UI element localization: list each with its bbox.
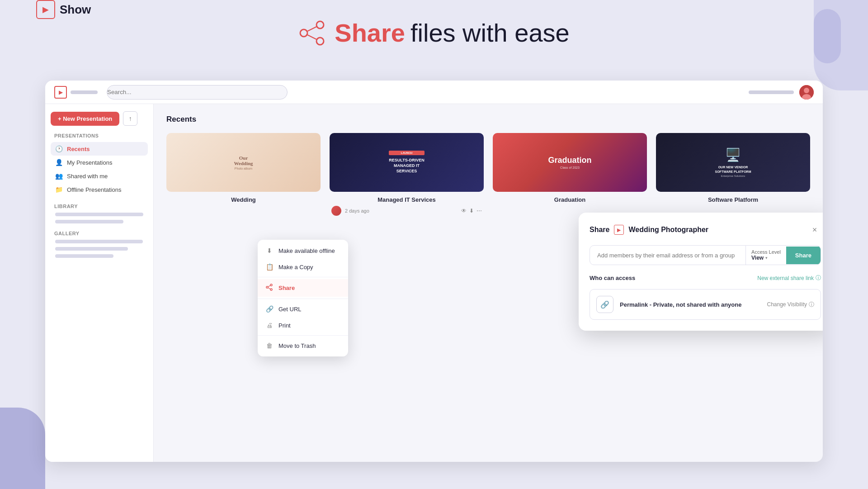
grad-sub: Class of 2023 [548, 166, 591, 169]
download-icon[interactable]: ⬇ [469, 208, 474, 214]
grad-text: Graduation [548, 156, 591, 165]
sidebar-item-offline[interactable]: 📁 Offline Presentations [51, 183, 148, 196]
library-bar-2 [55, 220, 123, 223]
share-access-level-dropdown[interactable]: Access Level View ▾ [745, 246, 786, 265]
card-actions: 👁 ⬇ ⋯ [461, 208, 482, 214]
url-menu-icon: 🔗 [266, 305, 273, 313]
sidebar-item-my-presentations[interactable]: 👤 My Presentations [51, 156, 148, 169]
sidebar-item-recents[interactable]: 🕐 Recents [51, 142, 148, 156]
logo-icon: ▶ [36, 0, 55, 19]
new-external-share-link-button[interactable]: New external share link ⓘ [757, 274, 821, 282]
svg-line-12 [268, 288, 270, 289]
menu-item-label-copy: Make a Copy [278, 264, 313, 271]
wedding-content: OurWedding Photo album [234, 155, 253, 170]
wedding-title: OurWedding [234, 155, 253, 166]
svg-point-8 [270, 284, 272, 286]
link-icon-box: 🔗 [596, 296, 613, 313]
offline-icon: 📁 [55, 186, 62, 193]
users-icon: 👥 [55, 172, 62, 180]
nav-logo-icon: ▶ [54, 86, 67, 99]
pres-name-grad: Graduation [493, 196, 647, 203]
menu-item-share[interactable]: Share [258, 279, 348, 297]
share-dialog-close-button[interactable]: × [808, 223, 821, 236]
card-avatar [331, 206, 341, 216]
headline: Share files with ease [298, 18, 569, 47]
menu-item-label-offline: Make available offline [278, 247, 335, 254]
presentations-section-label: Presentations [54, 133, 148, 138]
upload-button[interactable]: ↑ [123, 111, 137, 126]
menu-item-label-trash: Move to Trash [278, 342, 316, 349]
more-icon[interactable]: ⋯ [476, 208, 482, 214]
permalink-text: Permalink - Private, not shared with any… [620, 301, 741, 308]
svg-point-2 [316, 38, 324, 45]
page-header: Share files with ease [0, 18, 868, 47]
clock-icon: 🕐 [55, 145, 62, 152]
bg-deco-bottom-left [0, 408, 45, 489]
app-body: + New Presentation ↑ Presentations 🕐 Rec… [45, 104, 823, 462]
menu-item-label-print: Print [278, 322, 291, 329]
share-pres-icon: ▶ [614, 225, 624, 235]
menu-item-trash[interactable]: 🗑 Move to Trash [258, 337, 348, 354]
sidebar-item-label: Shared with me [67, 173, 108, 180]
pres-name-it: Managed IT Services [330, 196, 484, 203]
nav-logo: ▶ [54, 86, 98, 99]
app-window: ▶ + New Presentation ↑ Presentations 🕐 R… [45, 81, 823, 462]
change-visibility-button[interactable]: Change Visibility ⓘ [767, 301, 815, 309]
svg-point-6 [804, 88, 809, 93]
card-time: 2 days ago [345, 208, 369, 214]
menu-divider-1 [258, 277, 348, 277]
svg-line-3 [307, 27, 316, 31]
who-can-access-row: Who can access New external share link ⓘ [590, 274, 821, 282]
svg-point-9 [266, 286, 268, 288]
section-title: Recents [166, 115, 810, 124]
avatar [799, 85, 814, 100]
share-dialog-header: Share ▶ Wedding Photographer × [590, 223, 821, 236]
gallery-section-label: Gallery [54, 231, 148, 236]
search-input[interactable] [107, 85, 288, 100]
sidebar-item-label: My Presentations [67, 159, 112, 166]
pres-thumbnail-grad: Graduation Class of 2023 [493, 133, 647, 192]
share-dialog-title: Share ▶ Wedding Photographer [590, 225, 708, 235]
menu-item-url[interactable]: 🔗 Get URL [258, 301, 348, 317]
pres-name-wedding: Wedding [166, 196, 321, 203]
change-visibility-help-icon: ⓘ [809, 301, 814, 309]
svg-point-1 [300, 29, 307, 37]
print-menu-icon: 🖨 [266, 322, 273, 329]
link-icon: 🔗 [600, 300, 609, 309]
menu-divider-3 [258, 335, 348, 336]
library-section-label: Library [54, 204, 148, 209]
top-logo: ▶ Show [36, 0, 91, 19]
access-level-label: Access Level [751, 249, 781, 255]
share-network-icon [298, 19, 326, 47]
trash-menu-icon: 🗑 [266, 342, 273, 349]
svg-line-11 [268, 285, 270, 287]
menu-item-print[interactable]: 🖨 Print [258, 317, 348, 333]
share-dialog-pres-name: Wedding Photographer [628, 226, 708, 234]
new-ext-link-text: New external share link [757, 275, 814, 281]
user-icon: 👤 [55, 159, 62, 166]
sidebar-item-label: Recents [67, 146, 90, 152]
pres-card-wedding[interactable]: OurWedding Photo album Wedding [166, 133, 321, 216]
share-email-input[interactable] [590, 247, 745, 264]
pres-name-sw: Software Platform [656, 196, 810, 203]
nav-right [749, 85, 814, 100]
pres-card-it[interactable]: LAUNCH RESULTS-DRIVENMANAGED ITSERVICES … [330, 133, 484, 216]
sidebar-item-shared-with-me[interactable]: 👥 Shared with me [51, 169, 148, 183]
menu-item-copy[interactable]: 📋 Make a Copy [258, 259, 348, 275]
app-navbar: ▶ [45, 81, 823, 104]
library-bar-1 [55, 213, 143, 216]
sidebar-item-label: Offline Presentations [67, 186, 121, 193]
svg-point-10 [270, 289, 272, 290]
menu-item-offline[interactable]: ⬇ Make available offline [258, 242, 348, 259]
logo-text: Show [60, 3, 91, 17]
share-submit-button[interactable]: Share [786, 247, 821, 264]
pres-card-sw[interactable]: 🖥️ OUR NEW VENDORSOFTWARE PLATFORM Enter… [656, 133, 810, 216]
pres-card-grad[interactable]: Graduation Class of 2023 Graduation [493, 133, 647, 216]
new-presentation-button[interactable]: + New Presentation [51, 112, 119, 126]
it-title: RESULTS-DRIVENMANAGED ITSERVICES [389, 158, 424, 174]
view-icon[interactable]: 👁 [461, 208, 467, 214]
nav-bar-placeholder [749, 90, 794, 94]
new-btn-row: + New Presentation ↑ [51, 111, 148, 126]
presentations-grid: OurWedding Photo album Wedding LAUNCH RE… [166, 133, 810, 216]
menu-item-label-url: Get URL [278, 306, 302, 313]
